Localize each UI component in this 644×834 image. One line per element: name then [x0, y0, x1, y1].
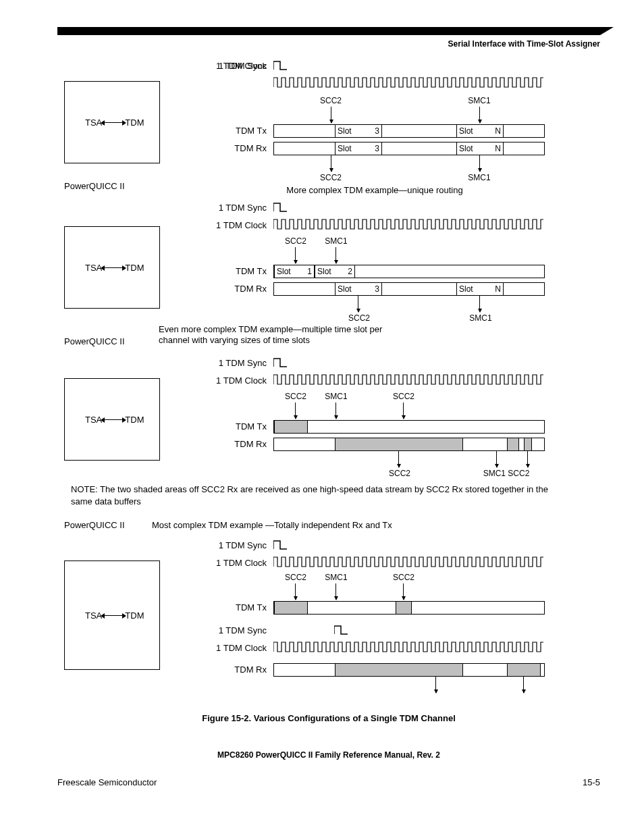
slot-shaded [396, 602, 412, 614]
arrow-down-icon [336, 402, 336, 419]
clock-label: 1 TDM Clock [206, 643, 267, 653]
tx-label: TDM Tx [206, 266, 267, 276]
manual-title: MPC8260 PowerQUICC II Family Reference M… [57, 750, 600, 760]
sync-label: 1 TDM Sync [206, 358, 267, 368]
arrow-down-icon [295, 402, 296, 419]
tx-lane: Slot3 SlotN [273, 124, 545, 138]
slot-shaded [274, 602, 308, 614]
smc1-label: SMC1 [319, 573, 353, 582]
arrow-down-icon [398, 451, 399, 467]
arrow-down-icon [336, 247, 336, 263]
rx-lane [273, 663, 545, 677]
smc1-label: SMC1 [462, 173, 496, 182]
rx-lane [273, 438, 545, 451]
arrow-down-icon [435, 677, 436, 693]
clock-waveform [273, 374, 543, 385]
tdm-label: TDM [125, 610, 144, 621]
bidir-arrow-icon [103, 267, 124, 268]
slot: Slot3 [335, 142, 382, 155]
arrow-down-icon [479, 107, 480, 123]
arrow-down-icon [403, 402, 404, 419]
tdm-label: TDM [125, 263, 144, 273]
slot-shaded [507, 438, 519, 450]
section-title: Serial Interface with Time-Slot Assigner [57, 39, 600, 49]
scc2-label: SCC2 [342, 313, 376, 323]
sync-label: 1 TDM Sync [206, 540, 267, 550]
slot: Slot3 [335, 283, 382, 295]
tx-lane [273, 420, 545, 434]
smc1-label: SMC1 [319, 236, 353, 246]
tx-lane: Slot1 Slot2 [273, 265, 545, 278]
slot: Slot3 [335, 125, 382, 137]
arrow-down-icon [331, 107, 331, 123]
smc1-label: SMC1 [464, 313, 498, 323]
tdm-label: TDM [125, 118, 144, 128]
example1-caption: More complex TDM example—unique routing [240, 185, 510, 195]
sync-waveform [273, 358, 543, 367]
clock-waveform [273, 556, 543, 567]
example2-caption2: channel with varying sizes of time slots [159, 335, 442, 345]
tsa-label: TSA [85, 415, 102, 425]
arrow-down-icon [331, 155, 331, 172]
rx-label: TDM Rx [206, 284, 267, 294]
smc1-label: SMC1 [319, 392, 353, 401]
arrow-down-icon [295, 247, 296, 263]
scc2-label: SCC2 [314, 173, 348, 182]
rx-label: TDM Rx [206, 143, 267, 153]
bidir-arrow-icon [103, 615, 124, 616]
figure-caption: Figure 15-2. Various Configurations of a… [57, 713, 600, 723]
rx-lane: Slot3 SlotN [273, 142, 545, 155]
tx-label: TDM Tx [206, 126, 267, 136]
example3-caption: Most complex TDM example —Totally indepe… [152, 520, 489, 530]
tx-lane [273, 601, 545, 615]
slot: SlotN [456, 142, 504, 155]
slot-shaded [507, 664, 541, 676]
clock-label: 1 TDM Clock [206, 375, 267, 386]
slot-shaded [335, 664, 463, 676]
pq-label: PowerQUICC II [64, 181, 125, 191]
example2-caption1: Even more complex TDM example—multiple t… [159, 324, 442, 334]
rx-label: TDM Rx [206, 664, 267, 675]
note-text: NOTE: The two shaded areas off SCC2 Rx a… [71, 484, 570, 507]
arrow-down-icon [479, 296, 480, 312]
pq-label: PowerQUICC II [64, 336, 125, 346]
tsa-label: TSA [85, 118, 102, 128]
sync-waveform [273, 540, 543, 550]
sync-waveform [334, 625, 604, 635]
bidir-arrow-icon [103, 122, 124, 123]
scc2-label: SCC2 [279, 392, 313, 401]
clock-label: 1 TDM Clock [206, 220, 267, 230]
tsa-box-2: TSA TDM [64, 226, 160, 309]
tx-label: TDM Tx [206, 421, 267, 432]
slot-shaded [524, 438, 532, 450]
slot-shaded [274, 421, 308, 433]
smc1-scc2-label: SMC1 SCC2 [476, 469, 537, 478]
sync-waveform [273, 203, 543, 212]
clock-waveform [273, 219, 543, 230]
tsa-label: TSA [85, 610, 102, 621]
tsa-box-4: TSA TDM [64, 561, 160, 670]
tsa-box-3: TSA TDM [64, 378, 160, 461]
sync-waveform [273, 61, 543, 70]
footer-page: 15-5 [583, 777, 600, 787]
clock-waveform [273, 642, 543, 652]
rx-label: TDM Rx [206, 439, 267, 449]
scc2-label: SCC2 [387, 392, 421, 401]
arrow-down-icon [358, 296, 358, 312]
bidir-arrow-icon [103, 419, 124, 420]
slot: SlotN [456, 125, 504, 137]
arrow-down-icon [523, 677, 524, 693]
slot: Slot1 [274, 265, 315, 278]
arrow-down-icon [527, 451, 528, 467]
tx-label: TDM Tx [206, 602, 267, 613]
rx-lane: Slot3 SlotN [273, 282, 545, 296]
sync-label: 1 TDM Sync [206, 625, 267, 635]
tsa-box-1: TSA TDM [64, 81, 160, 163]
scc2-label: SCC2 [314, 96, 348, 105]
scc2-label: SCC2 [387, 573, 421, 582]
arrow-down-icon [336, 583, 336, 600]
slot: SlotN [456, 283, 504, 295]
footer-company: Freescale Semiconductor [57, 777, 157, 787]
smc1-label: SMC1 [462, 96, 496, 105]
header-rule [57, 27, 600, 35]
